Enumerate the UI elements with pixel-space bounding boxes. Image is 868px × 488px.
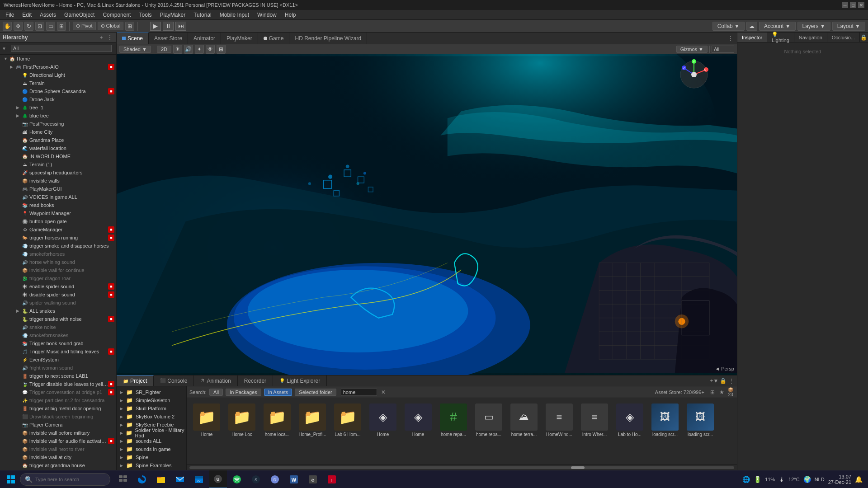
menu-tools[interactable]: Tools <box>135 11 155 19</box>
hierarchy-item[interactable]: 📷PostProcessing <box>0 120 116 128</box>
battery-icon[interactable]: 🔋 <box>754 476 761 483</box>
hierarchy-item[interactable]: 🔊fright woman sound <box>0 364 116 372</box>
menu-component[interactable]: Component <box>99 11 134 19</box>
tab-scene[interactable]: Scene <box>117 33 149 44</box>
transform-tool[interactable]: ⊞ <box>57 22 66 31</box>
taskbar-explorer[interactable] <box>152 470 170 488</box>
rect-tool[interactable]: ▭ <box>46 22 55 31</box>
hand-tool[interactable]: ✋ <box>3 22 12 31</box>
filter-selected-button[interactable]: Selected folder <box>295 389 336 396</box>
asset-item[interactable]: 📁Lab 6 Hom... <box>331 402 364 439</box>
folder-item[interactable]: ▶📁SkyBox Volume 2 <box>117 413 186 421</box>
asset-item[interactable]: #home repa... <box>437 402 470 439</box>
hierarchy-add-button[interactable]: + <box>98 34 105 41</box>
hierarchy-item[interactable]: 🚀spaceship headquarters <box>0 169 116 177</box>
tab-occlusion[interactable]: Occlusio... <box>827 33 860 42</box>
filter-packages-button[interactable]: In Packages <box>226 389 261 396</box>
play-button[interactable]: ▶ <box>150 22 161 31</box>
move-tool[interactable]: ✥ <box>14 22 23 31</box>
asset-search-input[interactable] <box>341 389 377 396</box>
hierarchy-item[interactable]: 📍Waypoint Manager <box>0 209 116 217</box>
hierarchy-item[interactable]: 🏠IN WORLD HOME <box>0 152 116 160</box>
tab-game[interactable]: Game <box>258 33 290 44</box>
hierarchy-item[interactable]: ▶🎮FirstPerson-AIO■ <box>0 63 116 71</box>
taskbar-discord[interactable]: D <box>266 470 284 488</box>
filter-assets-button[interactable]: In Assets <box>264 389 292 396</box>
taskbar-word[interactable]: W <box>285 470 303 488</box>
hierarchy-item[interactable]: 🎮PlayMakerGUI <box>0 185 116 193</box>
tab-animation[interactable]: ⏱ Animation <box>194 375 237 386</box>
tab-playmaker[interactable]: PlayMaker <box>221 33 258 44</box>
hierarchy-item[interactable]: ⛰Terrain (1) <box>0 160 116 169</box>
scene-grid-toggle[interactable]: ⊞ <box>217 45 226 54</box>
hierarchy-item[interactable]: 📦invisible wall before military <box>0 429 116 437</box>
collab-button[interactable]: Collab ▼ <box>712 22 745 31</box>
menu-edit[interactable]: Edit <box>19 11 35 19</box>
hierarchy-item[interactable]: 🔊horse whining sound <box>0 258 116 266</box>
scene-menu-button[interactable]: ⋮ <box>727 35 734 42</box>
2d-button[interactable]: 2D <box>157 46 171 53</box>
tab-project[interactable]: 📁 Project <box>117 375 154 386</box>
tab-lighting[interactable]: 💡 Lighting <box>767 33 794 42</box>
close-button[interactable]: ✕ <box>858 2 864 8</box>
hierarchy-item[interactable]: 🚪trigger to next scene LAB1 <box>0 372 116 380</box>
asset-item[interactable]: ◈Home <box>367 402 399 439</box>
scene-hidden-toggle[interactable]: 👁 <box>206 45 215 54</box>
bottom-lock-button[interactable]: 🔒 <box>719 377 726 385</box>
asset-item[interactable]: 📁Home Loc <box>226 402 258 439</box>
hierarchy-item[interactable]: 📦invisible wall next to river <box>0 445 116 453</box>
search-clear-button[interactable]: ✕ <box>380 389 387 396</box>
hierarchy-item[interactable]: 🔊VOICES in game ALL <box>0 193 116 201</box>
minimize-button[interactable]: ─ <box>842 2 848 8</box>
folder-item[interactable]: ▶📁SR_Fighter <box>117 388 186 396</box>
asset-item[interactable]: ◈Lab to Ho... <box>613 402 646 439</box>
asset-item[interactable]: 📁home loca... <box>261 402 293 439</box>
menu-assets[interactable]: Assets <box>36 11 60 19</box>
hierarchy-item[interactable]: 💬Trigger conversation at bridge p1■ <box>0 388 116 396</box>
hierarchy-menu-button[interactable]: ⋮ <box>106 34 113 41</box>
asset-item[interactable]: 📁Home_Profi... <box>296 402 329 439</box>
cloud-button[interactable]: ☁ <box>746 22 757 31</box>
folder-item[interactable]: ▶📁Skull Platform <box>117 404 186 413</box>
right-panel-lock[interactable]: 🔒 <box>860 34 867 41</box>
layout-button[interactable]: Layout ▼ <box>832 22 865 31</box>
menu-gameobject[interactable]: GameObject <box>61 11 98 19</box>
tab-navigation[interactable]: Navigation <box>794 33 827 42</box>
lang-icon[interactable]: 🌍 <box>803 476 811 483</box>
hierarchy-item[interactable]: 🔵Drone Sphere Cassandra■ <box>0 87 116 95</box>
tab-light-explorer[interactable]: 💡 Light Explorer <box>273 375 327 386</box>
tab-recorder[interactable]: Recorder <box>238 375 273 386</box>
window-controls[interactable]: ─ □ ✕ <box>842 2 864 8</box>
hierarchy-item[interactable]: ✨trigger particles nr.2 for cassandra <box>0 396 116 404</box>
menu-tutorial[interactable]: Tutorial <box>190 11 215 19</box>
hierarchy-item[interactable]: 🚪trigger at big metal door opening <box>0 404 116 413</box>
taskbar-search[interactable]: 🔍 <box>20 473 110 486</box>
taskbar-unity[interactable]: U <box>209 470 227 488</box>
taskbar-calendar[interactable]: 27 <box>190 470 208 488</box>
scene-search-input[interactable] <box>712 46 734 53</box>
hierarchy-item[interactable]: 🔊snake noise <box>0 323 116 331</box>
scene-light-toggle[interactable]: ☀ <box>173 45 182 54</box>
tab-asset-store[interactable]: Asset Store <box>149 33 188 44</box>
folder-item[interactable]: ▶📁Spine Examples <box>117 461 186 469</box>
grid-button[interactable]: ⊞ <box>125 22 134 31</box>
tab-hdrp[interactable]: HD Render Pipeline Wizard <box>289 33 367 44</box>
menu-playmaker[interactable]: PlayMaker <box>156 11 189 19</box>
hierarchy-item[interactable]: 💨smokefornsnakes <box>0 331 116 339</box>
pause-button[interactable]: ⏸ <box>163 22 174 31</box>
network-icon[interactable]: 🌐 <box>742 476 750 483</box>
taskbar-mail[interactable] <box>171 470 189 488</box>
folder-item[interactable]: ▶📁Soldier Voice - Military Rad <box>117 429 186 437</box>
gizmos-dropdown[interactable]: Gizmos ▼ <box>676 46 708 53</box>
hierarchy-item[interactable]: 📦invisible wall for continue <box>0 266 116 274</box>
hierarchy-item[interactable]: ▶🌲blue tree <box>0 112 116 120</box>
hierarchy-item[interactable]: 🔊spider walking sound <box>0 299 116 307</box>
taskbar-steam[interactable]: S <box>247 470 265 488</box>
taskview-button[interactable] <box>114 470 132 488</box>
hierarchy-item[interactable]: 📚Trigger book sound grab <box>0 339 116 347</box>
hierarchy-item[interactable]: 📦invisible wall for audio file activate … <box>0 437 116 445</box>
hierarchy-search-input[interactable] <box>11 45 112 52</box>
asset-item[interactable]: ⛰home terra... <box>508 402 540 439</box>
hierarchy-item[interactable]: 🏙Home City <box>0 128 116 136</box>
scene-audio-toggle[interactable]: 🔊 <box>184 45 193 54</box>
